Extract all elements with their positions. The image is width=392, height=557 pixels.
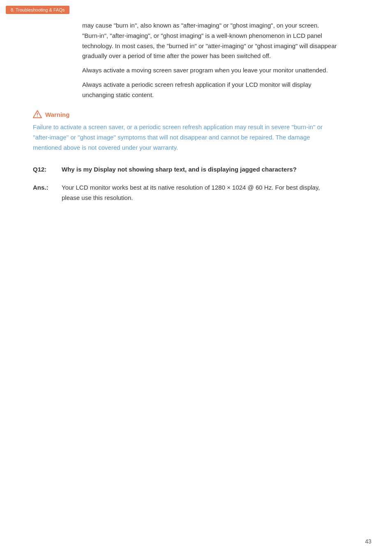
warning-body: Failure to activate a screen saver, or a…: [33, 122, 337, 153]
qa-section: Q12: Why is my Display not showing sharp…: [33, 165, 337, 203]
warning-title: Warning: [45, 111, 69, 118]
warning-section: Warning Failure to activate a screen sav…: [33, 110, 337, 153]
qa-q12-label: Q12:: [33, 165, 62, 175]
qa-q12-question: Why is my Display not showing sharp text…: [62, 165, 297, 175]
qa-item-question: Q12: Why is my Display not showing sharp…: [33, 165, 337, 175]
svg-point-1: [37, 116, 38, 117]
qa-item-answer: Ans.: Your LCD monitor works best at its…: [33, 183, 337, 203]
intro-paragraph-3: Always activate a periodic screen refres…: [82, 80, 337, 100]
warning-header: Warning: [33, 110, 337, 119]
section-header: 8. Troubleshooting & FAQs: [6, 6, 69, 14]
page-number: 43: [365, 538, 371, 545]
qa-ans-content: Your LCD monitor works best at its nativ…: [62, 183, 337, 203]
warning-triangle-icon: [33, 110, 42, 119]
intro-paragraph-2: Always activate a moving screen saver pr…: [82, 65, 337, 76]
qa-ans-label: Ans.:: [33, 183, 62, 203]
intro-paragraph-1: may cause "burn in", also known as "afte…: [82, 21, 337, 100]
